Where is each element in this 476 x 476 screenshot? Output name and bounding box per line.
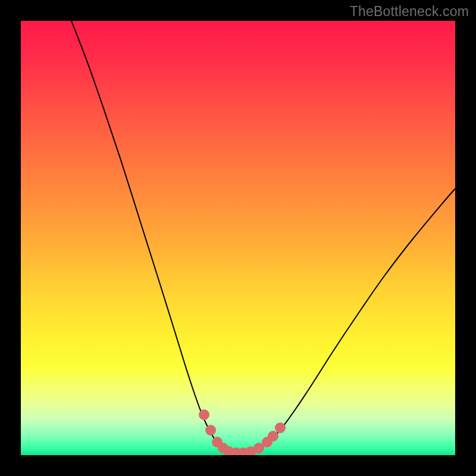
curve-marker	[205, 425, 216, 436]
curve-path	[71, 21, 455, 453]
bottleneck-curve	[21, 21, 455, 455]
curve-marker	[199, 409, 209, 420]
chart-frame: TheBottleneck.com	[0, 0, 476, 476]
watermark-text: TheBottleneck.com	[350, 4, 469, 20]
curve-marker	[275, 422, 286, 433]
curve-markers	[199, 409, 286, 455]
plot-area	[21, 21, 455, 455]
curve-marker	[268, 431, 278, 441]
